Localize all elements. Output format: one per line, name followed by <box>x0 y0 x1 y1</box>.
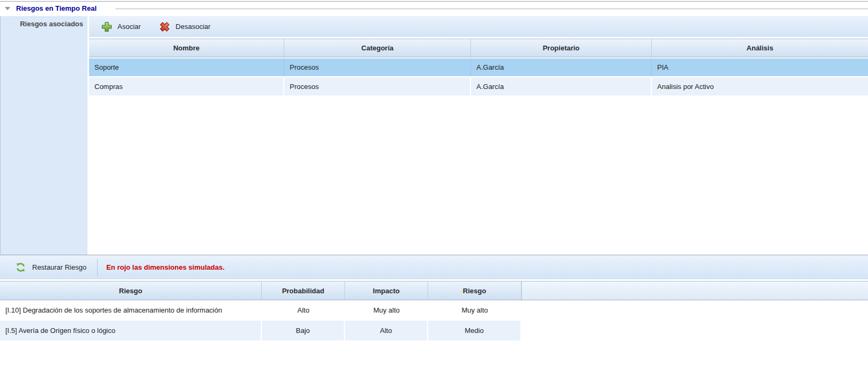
cell-categoria: Procesos <box>284 58 471 76</box>
cell-analisis: Analisis por Activo <box>652 77 868 95</box>
cell-analisis: PIA <box>652 58 868 76</box>
column-header-probabilidad: Probabilidad <box>262 281 345 300</box>
cell-nombre: Soporte <box>89 58 284 76</box>
desasociar-label: Desasociar <box>175 23 210 31</box>
table-row-i5[interactable]: [I.5] Avería de Origen físico o lógico B… <box>0 321 868 340</box>
green-plus-icon <box>101 21 113 33</box>
cell-riesgo: [I.10] Degradación de los soportes de al… <box>0 300 262 320</box>
column-header-categoria: Categoría <box>284 39 471 57</box>
cell-riesgo-valor: Muy alto <box>428 300 521 320</box>
riesgos-screen: Riesgos en Tiempo Real Riesgos asociados… <box>0 0 868 378</box>
sidebar-label: Riesgos asociados <box>1 16 87 28</box>
asociar-button[interactable]: Asociar <box>95 19 146 35</box>
realtime-grid-header: Riesgo Probabilidad Impacto Riesgo <box>0 281 868 300</box>
column-header-propietario: Propietario <box>471 39 652 57</box>
cell-impacto: Alto <box>345 321 428 340</box>
simulated-dimensions-note: En rojo las dimensiones simuladas. <box>106 263 224 271</box>
column-header-analisis: Análisis <box>652 39 868 57</box>
sidebar-panel: Riesgos asociados <box>0 16 87 255</box>
column-header-filler <box>521 281 868 300</box>
column-header-impacto: Impacto <box>345 281 428 300</box>
asociar-label: Asociar <box>117 23 141 31</box>
cell-impacto: Muy alto <box>345 300 428 320</box>
cell-filler <box>521 300 868 320</box>
section-title: Riesgos en Tiempo Real <box>16 4 97 12</box>
desasociar-button[interactable]: Desasociar <box>153 19 216 35</box>
cell-filler <box>521 321 868 340</box>
restaurar-riesgo-label: Restaurar Riesgo <box>32 263 86 271</box>
top-divider <box>0 1 868 2</box>
cell-propietario: A.García <box>471 58 652 76</box>
green-refresh-icon <box>15 262 26 273</box>
section-header: Riesgos en Tiempo Real <box>4 4 868 14</box>
associated-toolbar: Asociar Desasociar <box>89 16 868 37</box>
cell-probabilidad: Alto <box>262 300 345 320</box>
table-row-compras[interactable]: Compras Procesos A.García Analisis por A… <box>89 77 868 95</box>
section-divider <box>115 9 868 9</box>
table-row-i10[interactable]: [I.10] Degradación de los soportes de al… <box>0 300 868 320</box>
column-header-nombre: Nombre <box>89 39 284 57</box>
realtime-toolbar: Restaurar Riesgo En rojo las dimensiones… <box>0 255 868 279</box>
cell-riesgo: [I.5] Avería de Origen físico o lógico <box>0 321 262 340</box>
column-header-riesgo-valor: Riesgo <box>428 281 521 300</box>
associated-grid-header: Nombre Categoría Propietario Análisis <box>89 39 868 57</box>
cell-nombre: Compras <box>89 77 284 95</box>
table-row-soporte-selected[interactable]: Soporte Procesos A.García PIA <box>89 58 868 76</box>
toolbar-separator <box>97 259 98 276</box>
column-header-riesgo: Riesgo <box>0 281 262 300</box>
chevron-down-icon[interactable] <box>5 7 10 10</box>
restaurar-riesgo-button[interactable]: Restaurar Riesgo <box>11 260 91 275</box>
cell-riesgo-valor: Medio <box>428 321 521 340</box>
cell-categoria: Procesos <box>284 77 471 95</box>
cell-propietario: A.García <box>471 77 652 95</box>
cell-probabilidad: Bajo <box>262 321 345 340</box>
red-x-icon <box>159 21 171 33</box>
